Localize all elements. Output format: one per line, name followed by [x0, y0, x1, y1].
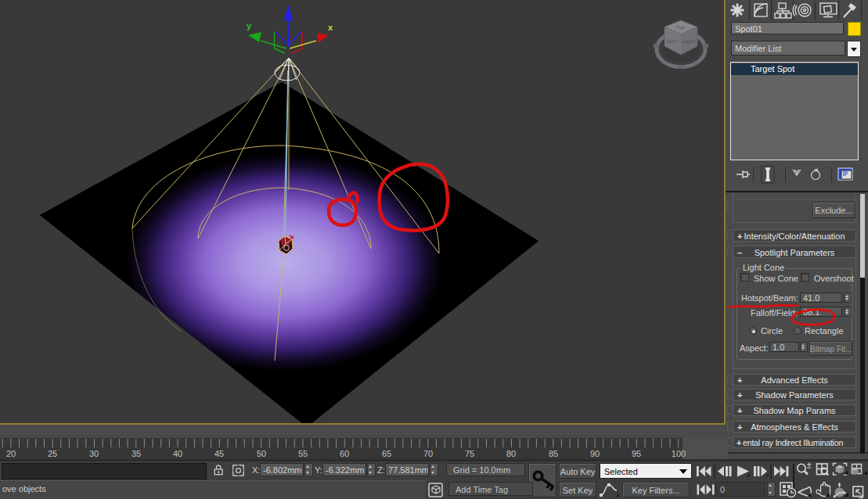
svg-text:75: 75 [465, 449, 474, 458]
svg-text:45: 45 [214, 449, 224, 458]
svg-text:100: 100 [672, 449, 686, 458]
svg-text:70: 70 [423, 449, 433, 458]
svg-text:35: 35 [131, 449, 141, 458]
svg-text:y: y [247, 21, 252, 31]
svg-text:85: 85 [549, 449, 558, 458]
svg-text:65: 65 [382, 449, 391, 458]
svg-text:LEFT: LEFT [667, 39, 679, 45]
svg-text:30: 30 [89, 449, 99, 458]
svg-text:40: 40 [173, 449, 182, 458]
svg-text:x: x [328, 23, 333, 32]
svg-text:80: 80 [506, 449, 516, 458]
svg-text:20: 20 [6, 449, 16, 458]
svg-text:25: 25 [48, 449, 57, 458]
svg-text:50: 50 [257, 449, 266, 458]
svg-text:60: 60 [340, 449, 349, 458]
svg-text:95: 95 [632, 449, 641, 458]
svg-text:90: 90 [590, 449, 600, 458]
svg-text:55: 55 [298, 449, 308, 458]
